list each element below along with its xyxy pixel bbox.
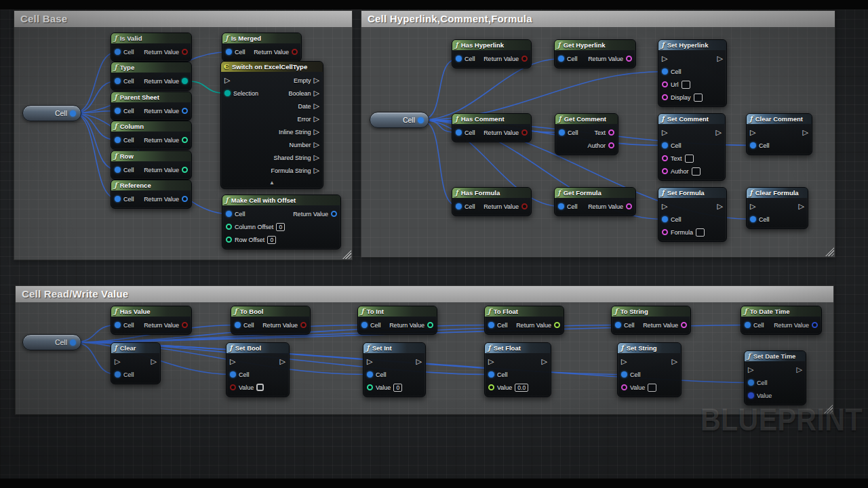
node-get-comment[interactable]: ƒGet CommentCellTextAuthor (555, 113, 618, 155)
return-value-pin[interactable] (681, 322, 687, 328)
return-value-pin[interactable] (182, 49, 188, 55)
node-is-merged[interactable]: ƒIs MergedCellReturn Value (222, 33, 302, 62)
cell-pin[interactable] (615, 322, 621, 328)
resize-handle-icon[interactable] (342, 250, 351, 259)
author-input[interactable] (692, 167, 701, 176)
comment-title[interactable]: Cell Base (14, 11, 352, 27)
exec-pin[interactable]: ▷ (151, 359, 157, 365)
return-value-pin[interactable] (182, 167, 188, 173)
value-input[interactable] (648, 384, 656, 392)
cell-pin[interactable] (662, 216, 668, 222)
cell-pin[interactable] (361, 322, 368, 328)
cell-pin[interactable] (115, 322, 121, 328)
exec-pin[interactable]: ▷ (797, 367, 802, 373)
author-pin[interactable] (608, 142, 614, 148)
cell-pin[interactable] (558, 203, 564, 209)
node-clear[interactable]: ƒClear▷▷Cell (111, 342, 161, 384)
display-input[interactable] (694, 94, 703, 102)
cell-pin[interactable] (558, 56, 564, 62)
author-pin[interactable] (662, 168, 668, 174)
return-value-pin[interactable] (182, 322, 188, 328)
node-get-hyperlink[interactable]: ƒGet HyperlinkCellReturn Value (554, 39, 636, 68)
variable-output-pin[interactable] (70, 340, 76, 346)
exec-pin[interactable]: ▷ (621, 359, 627, 365)
cell-pin[interactable] (456, 56, 462, 62)
exec-pin[interactable]: ▷ (803, 129, 808, 136)
node-row[interactable]: ƒRowCellReturn Value (111, 150, 192, 180)
variable-node-cell[interactable]: Cell (22, 334, 81, 350)
return-value-pin[interactable] (521, 56, 528, 62)
inline-string-pin[interactable]: ▷ (314, 129, 319, 136)
cell-pin[interactable] (367, 371, 373, 378)
boolean-pin[interactable]: ▷ (314, 90, 319, 97)
display-pin[interactable] (662, 94, 668, 100)
exec-pin[interactable]: ▷ (799, 203, 804, 210)
node-set-formula[interactable]: ƒSet Formula▷▷CellFormula (658, 187, 727, 242)
url-input[interactable] (682, 81, 690, 89)
comment-title[interactable]: Cell Hyperlink,Comment,Formula (361, 11, 835, 27)
return-value-pin[interactable] (331, 211, 337, 217)
exec-pin[interactable]: ▷ (662, 203, 667, 210)
exec-pin[interactable]: ▷ (717, 56, 723, 62)
variable-node-cell[interactable]: Cell (370, 112, 429, 128)
row-offset-input[interactable]: 0 (267, 236, 276, 244)
cell-pin[interactable] (750, 216, 756, 222)
value-pin[interactable] (621, 384, 627, 390)
resize-handle-icon[interactable] (825, 247, 834, 256)
cell-pin[interactable] (115, 78, 121, 84)
exec-pin[interactable]: ▷ (750, 203, 755, 210)
empty-pin[interactable]: ▷ (314, 77, 319, 84)
return-value-pin[interactable] (626, 56, 632, 62)
cell-pin[interactable] (226, 211, 232, 217)
return-value-pin[interactable] (292, 49, 298, 55)
text-pin[interactable] (662, 155, 668, 161)
cell-pin[interactable] (235, 322, 241, 328)
variable-output-pin[interactable] (70, 110, 76, 117)
formula-pin[interactable] (662, 229, 668, 235)
cell-pin[interactable] (748, 380, 754, 386)
formula-input[interactable] (696, 228, 705, 237)
exec-pin[interactable]: ▷ (662, 56, 667, 62)
node-has-formula[interactable]: ƒHas FormulaCellReturn Value (452, 187, 532, 216)
cell-pin[interactable] (230, 371, 236, 378)
cell-pin[interactable] (115, 49, 121, 55)
cell-pin[interactable] (750, 142, 756, 148)
value-input[interactable]: 0.0 (515, 384, 528, 392)
return-value-pin[interactable] (182, 196, 188, 202)
node-column[interactable]: ƒColumnCellReturn Value (111, 121, 192, 150)
date-pin[interactable]: ▷ (314, 103, 319, 110)
cell-pin[interactable] (488, 371, 494, 378)
value-pin[interactable] (488, 384, 494, 390)
variable-output-pin[interactable] (418, 117, 424, 123)
node-get-formula[interactable]: ƒGet FormulaCellReturn Value (554, 187, 636, 216)
error-pin[interactable]: ▷ (314, 116, 319, 123)
node-make-cell-with-offset[interactable]: ƒMake Cell with OffsetCellReturn ValueCo… (222, 195, 341, 249)
node-clear-comment[interactable]: ƒClear Comment▷▷Cell (746, 113, 812, 155)
text-input[interactable] (685, 155, 694, 163)
exec-pin[interactable]: ▷ (367, 359, 372, 365)
value-checkbox[interactable] (256, 384, 264, 391)
node-set-date-time[interactable]: ƒSet Date Time▷▷CellValue (744, 350, 806, 405)
node-set-comment[interactable]: ƒSet Comment▷▷CellTextAuthor (658, 113, 726, 181)
node-to-int[interactable]: ƒTo IntCellReturn Value (357, 306, 437, 335)
value-input[interactable]: 0 (393, 384, 402, 392)
selection-pin[interactable] (224, 90, 231, 96)
exec-pin[interactable]: ▷ (662, 129, 667, 136)
cell-pin[interactable] (115, 167, 121, 173)
node-to-float[interactable]: ƒTo FloatCellReturn Value (484, 306, 564, 335)
node-to-date-time[interactable]: ƒTo Date TimeCellReturn Value (741, 306, 822, 335)
exec-pin[interactable]: ▷ (750, 129, 755, 136)
node-set-int[interactable]: ƒSet Int▷▷CellValue0 (363, 342, 426, 397)
exec-pin[interactable]: ▷ (416, 359, 422, 365)
node-is-valid[interactable]: ƒIs ValidCellReturn Value (111, 33, 192, 62)
node-to-bool[interactable]: ƒTo BoolCellReturn Value (231, 306, 311, 335)
exec-pin[interactable]: ▷ (748, 367, 753, 373)
node-set-hyperlink[interactable]: ƒSet Hyperlink▷▷CellUrlDisplay (658, 39, 727, 107)
return-value-pin[interactable] (554, 322, 560, 328)
cell-pin[interactable] (115, 108, 121, 114)
node-has-hyperlink[interactable]: ƒHas HyperlinkCellReturn Value (452, 39, 532, 68)
exec-pin[interactable]: ▷ (542, 359, 547, 365)
text-pin[interactable] (608, 129, 614, 136)
return-value-pin[interactable] (521, 203, 528, 209)
cell-pin[interactable] (621, 371, 627, 378)
